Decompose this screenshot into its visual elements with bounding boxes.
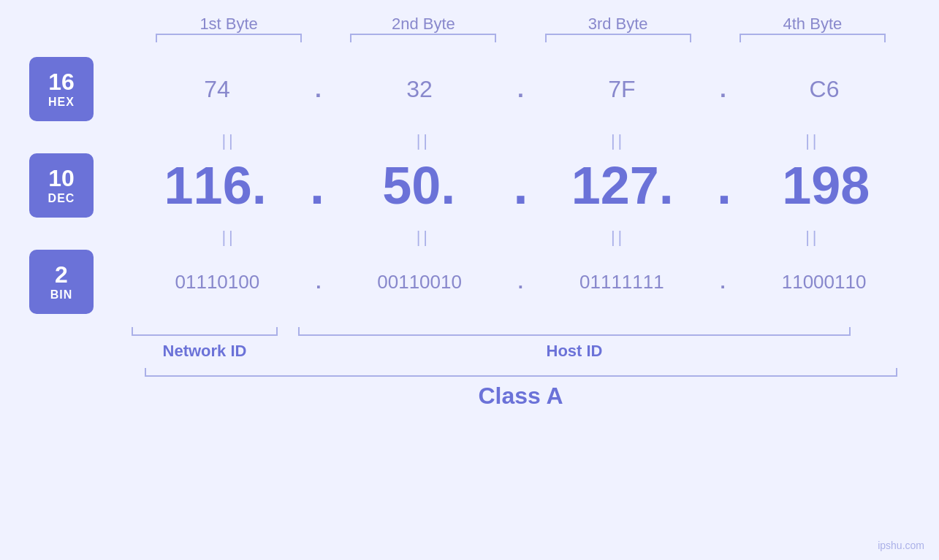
dec-dot-3: . [717,156,731,215]
main-container: 1st Byte 2nd Byte 3rd Byte 4th Byte 16 H… [0,0,939,560]
bin-values: 01110100 . 00110010 . 01111111 . 1100011… [132,271,910,294]
bin-badge-number: 2 [55,262,68,288]
bin-byte-4: 11000110 [751,271,897,294]
bracket-3 [545,34,691,42]
dec-dot-2: . [513,156,528,215]
header-bracket-row [29,34,910,42]
dec-row: 10 DEC 116. . 50. . 127. . 198 [29,153,910,218]
class-bracket [145,368,897,377]
byte-header-4: 4th Byte [740,15,886,34]
hex-badge: 16 HEX [29,57,94,121]
bin-dot-2: . [518,271,523,294]
class-label: Class A [478,383,563,410]
dec-badge-label: DEC [48,192,75,205]
segments-row: Network ID Host ID [132,327,910,361]
equals-4: || [740,131,886,150]
dec-badge: 10 DEC [29,153,94,218]
class-row: Class A [132,368,910,410]
bracket-4 [740,34,886,42]
hex-byte-2: 32 [346,76,493,103]
equals-row-2: || || || || [29,228,910,247]
equals-6: || [350,228,496,247]
host-id-label: Host ID [547,342,603,361]
bin-dot-3: . [721,271,726,294]
byte-header-1: 1st Byte [156,15,302,34]
equals-5: || [156,228,302,247]
bottom-area: Network ID Host ID Class A [29,327,910,410]
network-id-bracket [132,327,278,336]
equals-1: || [156,131,302,150]
hex-badge-number: 16 [48,69,75,95]
host-id-bracket [298,327,851,336]
bin-byte-1: 01110100 [144,271,290,294]
host-id-section: Host ID [298,327,851,361]
equals-3: || [545,131,691,150]
bracket-1 [156,34,302,42]
hex-dot-1: . [315,76,322,103]
equals-8: || [740,228,886,247]
byte-header-2: 2nd Byte [350,15,496,34]
watermark: ipshu.com [878,540,924,551]
equals-7: || [545,228,691,247]
byte-header-3: 3rd Byte [545,15,691,34]
equals-2: || [350,131,496,150]
hex-byte-1: 74 [144,76,290,103]
hex-badge-label: HEX [48,96,75,109]
bin-badge: 2 BIN [29,250,94,314]
dec-byte-2: 50. [346,156,492,215]
hex-byte-4: C6 [751,76,897,103]
bin-byte-3: 01111111 [549,271,695,294]
bin-byte-2: 00110010 [346,271,493,294]
dec-dot-1: . [310,156,324,215]
dec-badge-number: 10 [48,166,75,191]
hex-dot-3: . [720,76,726,103]
equals-row-1: || || || || [29,131,910,150]
dec-values: 116. . 50. . 127. . 198 [132,156,910,215]
hex-values: 74 . 32 . 7F . C6 [132,76,910,103]
hex-row: 16 HEX 74 . 32 . 7F . C6 [29,57,910,121]
byte-headers: 1st Byte 2nd Byte 3rd Byte 4th Byte [29,15,910,34]
dec-byte-4: 198 [753,156,899,215]
dec-byte-1: 116. [142,156,289,215]
dec-byte-3: 127. [550,156,696,215]
bracket-2 [350,34,496,42]
network-id-section: Network ID [132,327,278,361]
bin-row: 2 BIN 01110100 . 00110010 . 01111111 . 1… [29,250,910,314]
hex-dot-2: . [517,76,524,103]
bin-badge-label: BIN [50,288,73,302]
network-id-label: Network ID [163,342,247,361]
bin-dot-1: . [316,271,321,294]
hex-byte-3: 7F [549,76,695,103]
